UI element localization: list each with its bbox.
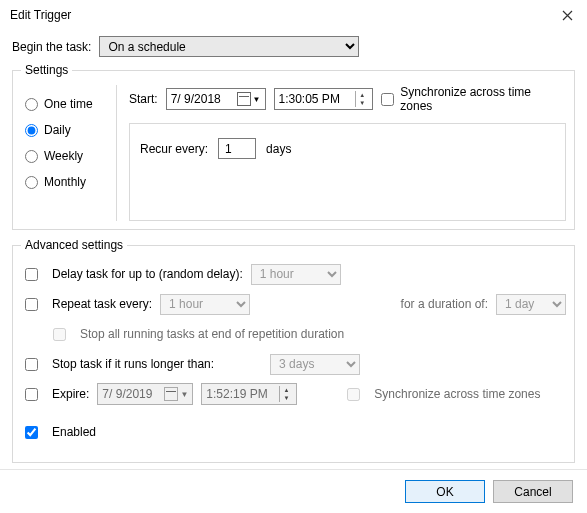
expire-date-picker: 7/ 9/2019 ▼ bbox=[97, 383, 193, 405]
delay-label: Delay task for up to (random delay): bbox=[52, 267, 243, 281]
repeat-duration-label: for a duration of: bbox=[401, 297, 488, 311]
dialog-footer: OK Cancel bbox=[0, 469, 587, 513]
expire-time-picker: 1:52:19 PM ▲▼ bbox=[201, 383, 297, 405]
settings-legend: Settings bbox=[21, 63, 72, 77]
repeat-value-select: 1 hour bbox=[160, 294, 250, 315]
begin-task-select[interactable]: On a schedule bbox=[99, 36, 359, 57]
repeat-checkbox[interactable] bbox=[25, 298, 38, 311]
expire-sync-checkbox bbox=[347, 388, 360, 401]
advanced-group: Advanced settings Delay task for up to (… bbox=[12, 238, 575, 463]
recur-label: Recur every: bbox=[140, 142, 208, 156]
radio-monthly-label: Monthly bbox=[44, 175, 86, 189]
radio-one-time-label: One time bbox=[44, 97, 93, 111]
sync-timezones-label: Synchronize across time zones bbox=[400, 85, 566, 113]
radio-weekly[interactable] bbox=[25, 150, 38, 163]
delay-checkbox[interactable] bbox=[25, 268, 38, 281]
recur-unit: days bbox=[266, 142, 291, 156]
calendar-icon bbox=[237, 92, 251, 106]
cancel-button[interactable]: Cancel bbox=[493, 480, 573, 503]
expire-label: Expire: bbox=[52, 387, 89, 401]
radio-monthly[interactable] bbox=[25, 176, 38, 189]
enabled-label: Enabled bbox=[52, 425, 96, 439]
stop-task-label: Stop task if it runs longer than: bbox=[52, 357, 214, 371]
stop-task-value-select: 3 days bbox=[270, 354, 360, 375]
sync-timezones-checkbox[interactable] bbox=[381, 93, 394, 106]
stop-at-end-checkbox bbox=[53, 328, 66, 341]
settings-group: Settings One time Daily Weekly Monthly bbox=[12, 63, 575, 230]
begin-task-label: Begin the task: bbox=[12, 40, 91, 54]
expire-time-value: 1:52:19 PM bbox=[206, 387, 267, 401]
start-label: Start: bbox=[129, 92, 158, 106]
radio-daily-label: Daily bbox=[44, 123, 71, 137]
recur-panel: Recur every: days bbox=[129, 123, 566, 221]
window-title: Edit Trigger bbox=[10, 8, 71, 22]
calendar-icon bbox=[164, 387, 178, 401]
repeat-duration-select: 1 day bbox=[496, 294, 566, 315]
start-date-value: 7/ 9/2018 bbox=[171, 92, 221, 106]
time-spinner[interactable]: ▲▼ bbox=[355, 91, 368, 107]
delay-value-select: 1 hour bbox=[251, 264, 341, 285]
repeat-label: Repeat task every: bbox=[52, 297, 152, 311]
radio-weekly-label: Weekly bbox=[44, 149, 83, 163]
expire-date-value: 7/ 9/2019 bbox=[102, 387, 152, 401]
close-icon[interactable] bbox=[547, 1, 587, 29]
start-time-picker[interactable]: 1:30:05 PM ▲▼ bbox=[274, 88, 374, 110]
chevron-down-icon: ▼ bbox=[253, 95, 261, 104]
radio-daily[interactable] bbox=[25, 124, 38, 137]
ok-button[interactable]: OK bbox=[405, 480, 485, 503]
chevron-down-icon: ▼ bbox=[180, 390, 188, 399]
advanced-legend: Advanced settings bbox=[21, 238, 127, 252]
radio-one-time[interactable] bbox=[25, 98, 38, 111]
expire-checkbox[interactable] bbox=[25, 388, 38, 401]
stop-at-end-label: Stop all running tasks at end of repetit… bbox=[80, 327, 344, 341]
enabled-checkbox[interactable] bbox=[25, 426, 38, 439]
start-time-value: 1:30:05 PM bbox=[279, 92, 340, 106]
time-spinner: ▲▼ bbox=[279, 386, 292, 402]
expire-sync-label: Synchronize across time zones bbox=[374, 387, 540, 401]
titlebar: Edit Trigger bbox=[0, 0, 587, 30]
stop-task-checkbox[interactable] bbox=[25, 358, 38, 371]
start-date-picker[interactable]: 7/ 9/2018 ▼ bbox=[166, 88, 266, 110]
recur-every-input[interactable] bbox=[218, 138, 256, 159]
